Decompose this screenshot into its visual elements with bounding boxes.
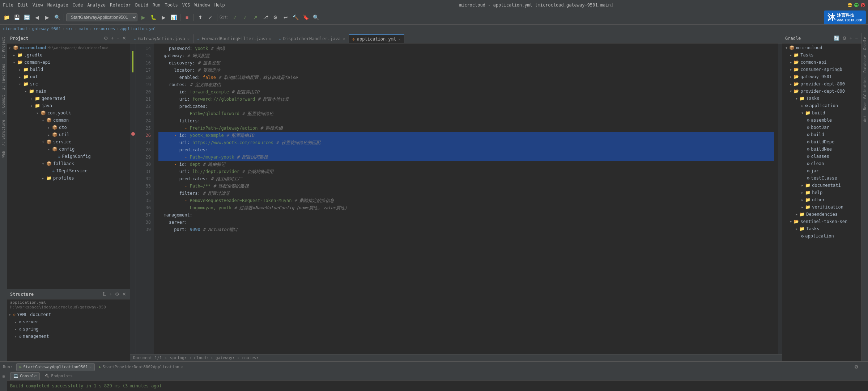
undo-button[interactable]: ↩ xyxy=(281,13,290,22)
gradle-settings-button[interactable]: ⚙ xyxy=(842,35,847,42)
tab-dispatcherhandler[interactable]: ☕ DispatcherHandler.java ✕ xyxy=(275,34,349,43)
profile-button[interactable]: 📊 xyxy=(169,13,178,22)
find-button[interactable]: 🔍 xyxy=(312,13,320,22)
tab-close-dispatcherhandler[interactable]: ✕ xyxy=(343,37,345,41)
menu-view[interactable]: View xyxy=(33,3,43,8)
git-branch-button[interactable]: ⎇ xyxy=(261,13,270,22)
git-pull-button[interactable]: ↗ xyxy=(251,13,260,22)
tree-item-fallback[interactable]: ▾ 📦 fallback xyxy=(7,160,130,167)
code-editor[interactable]: 14 15 16 17 18 19 20 21 22 23 24 25 26 2… xyxy=(130,43,782,354)
gradle-expand-button[interactable]: + xyxy=(849,35,853,42)
gradle-item-sentinel-tasks[interactable]: ▸ 📁 Tasks xyxy=(782,225,861,232)
gradle-item-common-api[interactable]: ▸ 📂 common-api xyxy=(782,59,861,66)
tree-item-src[interactable]: ▾ 📁 src xyxy=(7,80,130,88)
endpoints-tab[interactable]: 🔌 Endpoints xyxy=(41,372,76,380)
breadcrumb-microcloud[interactable]: microcloud xyxy=(3,26,27,31)
run-tab-provider-close[interactable]: ✕ xyxy=(181,365,183,369)
gradle-item-docs[interactable]: ▸ 📁 documentati xyxy=(782,182,861,189)
breadcrumb-gateway[interactable]: gateway-9501 xyxy=(32,26,61,31)
structure-item-management[interactable]: ▸ ◇ management xyxy=(7,333,130,340)
vcs-commit-button[interactable]: ✓ xyxy=(206,13,215,22)
run-button[interactable]: ▶ xyxy=(139,13,148,22)
breadcrumb-file[interactable]: application.yml xyxy=(120,26,156,31)
tree-item-java[interactable]: ▾ 📁 java xyxy=(7,102,130,109)
tree-item-build[interactable]: ▸ 📁 build xyxy=(7,66,130,73)
tree-item-service[interactable]: ▾ 📦 service xyxy=(7,138,130,146)
structure-sort-button[interactable]: ⇅ xyxy=(102,291,107,298)
save-button[interactable]: 💾 xyxy=(12,13,21,22)
run-tab-gateway[interactable]: ▶ StartGatewayApplication9501 ✕ xyxy=(16,363,95,371)
sidebar-tab-favorites[interactable]: 2: Favorites xyxy=(1,62,6,92)
stop-button[interactable]: ■ xyxy=(183,13,191,22)
menu-code[interactable]: Code xyxy=(73,3,83,8)
code-content[interactable]: password: yootk # 密码 gateway: # 网关配置 dis… xyxy=(154,43,778,354)
settings-button[interactable]: ⚙ xyxy=(271,13,280,22)
tree-item-microcloud[interactable]: ▾ 📦 microcloud H:\workspace\idea\microcl… xyxy=(7,44,130,51)
run-tab-gateway-close[interactable]: ✕ xyxy=(89,365,92,369)
right-tab-bean-validation[interactable]: Bean Validation xyxy=(862,75,868,112)
run-config-dropdown[interactable]: StartGatewayApplication9501 xyxy=(66,13,137,21)
bottom-left-tab[interactable]: ⊞ xyxy=(1,373,6,380)
menu-file[interactable]: File xyxy=(3,3,13,8)
tab-application-yml[interactable]: ⚙ application.yml ✕ xyxy=(349,34,404,43)
menu-navigate[interactable]: Navigate xyxy=(47,3,68,8)
sidebar-tab-project[interactable]: 1: Project xyxy=(1,35,6,61)
gradle-item-clean[interactable]: ⚙ clean xyxy=(782,160,861,167)
right-tab-ant[interactable]: Ant xyxy=(862,113,868,124)
structure-item-yaml[interactable]: ▾ ◇ YAML document xyxy=(7,311,130,318)
tab-close-gatewayaction[interactable]: ✕ xyxy=(187,37,190,41)
tab-forwardrouting[interactable]: ☕ ForwardRoutingFilter.java ✕ xyxy=(193,34,275,43)
gradle-item-microcloud[interactable]: ▾ 📦 microcloud xyxy=(782,44,861,51)
editor-scrollbar[interactable] xyxy=(778,43,782,354)
structure-item-spring[interactable]: ▸ ◇ spring xyxy=(7,325,130,333)
gradle-item-classes[interactable]: ⚙ classes xyxy=(782,153,861,160)
gradle-item-buildnee[interactable]: ⚙ buildNee xyxy=(782,146,861,153)
structure-close-button[interactable]: ✕ xyxy=(122,291,127,298)
gradle-item-builddep[interactable]: ⚙ buildDepe xyxy=(782,138,861,146)
breadcrumb-resources[interactable]: resources xyxy=(94,26,115,31)
minimize-button[interactable]: ─ xyxy=(848,3,852,7)
breadcrumb-src[interactable]: src xyxy=(66,26,73,31)
back-button[interactable]: ◀ xyxy=(33,13,41,22)
tree-item-profiles[interactable]: ▸ 📁 profiles xyxy=(7,175,130,182)
gradle-item-provider-tasks[interactable]: ▾ 📁 Tasks xyxy=(782,95,861,102)
tree-item-com-yootk[interactable]: ▾ 📦 com.yootk xyxy=(7,109,130,117)
structure-item-server[interactable]: ▸ ◇ server xyxy=(7,318,130,325)
forward-button[interactable]: ▶ xyxy=(43,13,51,22)
gradle-item-testclasses[interactable]: ⚙ testClasse xyxy=(782,175,861,182)
menu-build[interactable]: Build xyxy=(135,3,148,8)
gradle-item-dependencies[interactable]: ▸ 📁 Dependencies xyxy=(782,211,861,218)
gradle-item-application[interactable]: ▸ ⚙ application xyxy=(782,102,861,109)
tree-item-ideptservice[interactable]: ☕ IDeptService xyxy=(7,167,130,175)
tree-item-generated[interactable]: ▸ 📁 generated xyxy=(7,95,130,102)
open-button[interactable]: 📁 xyxy=(2,13,11,22)
tree-item-config[interactable]: ▾ 📦 config xyxy=(7,146,130,153)
sidebar-tab-structure[interactable]: 7: Structure xyxy=(1,118,6,148)
structure-expand-button[interactable]: + xyxy=(109,291,113,298)
gradle-collapse-button[interactable]: − xyxy=(854,35,859,42)
right-tab-gradle[interactable]: Gradle xyxy=(862,35,868,52)
menu-bar[interactable]: File Edit View Navigate Code Analyze Ref… xyxy=(3,3,225,8)
bookmark-button[interactable]: 🔖 xyxy=(302,13,310,22)
tree-item-util[interactable]: ▸ 📦 util xyxy=(7,131,130,138)
sidebar-tab-web[interactable]: Web xyxy=(1,149,6,160)
bottom-minimize-button[interactable]: − xyxy=(861,363,865,370)
console-tab[interactable]: 💻 Console xyxy=(10,372,40,380)
structure-settings-button[interactable]: ⚙ xyxy=(114,291,120,298)
gradle-item-bootjar[interactable]: ⚙ bootJar xyxy=(782,124,861,131)
vcs-update-button[interactable]: ⬆ xyxy=(196,13,205,22)
maximize-button[interactable]: □ xyxy=(854,3,859,7)
run-with-coverage-button[interactable]: ▶ xyxy=(159,13,168,22)
debug-button[interactable]: 🐛 xyxy=(149,13,158,22)
tab-close-forwardrouting[interactable]: ✕ xyxy=(269,37,271,41)
tree-item-gradle[interactable]: ▸ 📁 .gradle xyxy=(7,51,130,59)
menu-vcs[interactable]: VCS xyxy=(182,3,190,8)
project-panel-settings-button[interactable]: ⚙ xyxy=(103,35,109,42)
gradle-item-gateway[interactable]: ▸ 📂 gateway-9501 xyxy=(782,73,861,80)
breadcrumb-main[interactable]: main xyxy=(78,26,88,31)
gradle-item-assemble[interactable]: ⚙ assemble xyxy=(782,117,861,124)
menu-help[interactable]: Help xyxy=(214,3,225,8)
gradle-item-other[interactable]: ▸ 📁 other xyxy=(782,196,861,203)
tree-item-main[interactable]: ▾ 📁 main xyxy=(7,88,130,95)
gradle-item-provider-800-2[interactable]: ▾ 📂 provider-dept-800 xyxy=(782,88,861,95)
